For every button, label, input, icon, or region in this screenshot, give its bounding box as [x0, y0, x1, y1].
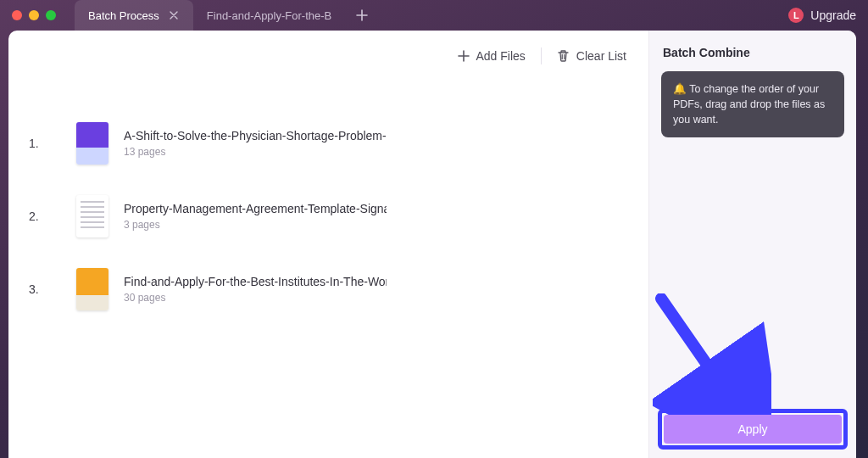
tab-find-and-apply[interactable]: Find-and-Apply-For-the-B [193, 0, 345, 31]
file-pages: 13 pages [124, 146, 623, 158]
tab-label: Find-and-Apply-For-the-B [207, 9, 331, 22]
file-name: Find-and-Apply-For-the-Best-Institutes-I… [124, 275, 387, 288]
file-thumbnail [76, 122, 108, 165]
tip-text: To change the order of your PDFs, drag a… [673, 83, 825, 126]
item-index: 1. [29, 137, 39, 150]
side-panel-title: Batch Combine [663, 46, 843, 59]
list-item[interactable]: 3. Find-and-Apply-For-the-Best-Institute… [8, 253, 648, 326]
upgrade-button[interactable]: L Upgrade [788, 0, 856, 31]
file-pages: 30 pages [124, 292, 623, 304]
close-window-button[interactable] [12, 10, 22, 20]
window-controls [12, 10, 56, 20]
main-panel: Add Files Clear List 1. A-Shift-to-Solve… [8, 31, 649, 458]
close-icon[interactable] [168, 9, 180, 21]
plus-icon [458, 50, 470, 62]
file-pages: 3 pages [124, 219, 623, 231]
file-list: 1. A-Shift-to-Solve-the-Physician-Shorta… [8, 81, 648, 458]
file-name: Property-Management-Agreement-Template-S… [124, 202, 387, 215]
bell-icon: 🔔 [673, 83, 687, 95]
file-thumbnail [76, 268, 108, 310]
tip-banner: 🔔 To change the order of your PDFs, drag… [661, 71, 844, 137]
add-files-button[interactable]: Add Files [458, 49, 526, 63]
file-name: A-Shift-to-Solve-the-Physician-Shortage-… [124, 129, 387, 142]
new-tab-button[interactable] [350, 3, 374, 27]
add-files-label: Add Files [476, 49, 526, 63]
trash-icon [557, 49, 570, 63]
file-thumbnail [76, 195, 108, 237]
zoom-window-button[interactable] [46, 10, 56, 20]
app-window: Add Files Clear List 1. A-Shift-to-Solve… [8, 31, 856, 458]
minimize-window-button[interactable] [29, 10, 39, 20]
apply-highlight: Apply [658, 409, 848, 450]
clear-list-label: Clear List [576, 49, 626, 63]
tab-strip: Batch Process Find-and-Apply-For-the-B [75, 0, 374, 31]
list-item[interactable]: 2. Property-Management-Agreement-Templat… [8, 180, 648, 253]
titlebar: Batch Process Find-and-Apply-For-the-B L… [0, 0, 868, 31]
item-index: 3. [29, 282, 39, 296]
toolbar-divider [541, 47, 542, 64]
item-index: 2. [29, 209, 39, 223]
avatar: L [788, 8, 804, 23]
apply-button[interactable]: Apply [664, 415, 842, 444]
upgrade-label: Upgrade [810, 8, 856, 22]
toolbar: Add Files Clear List [8, 31, 648, 81]
side-panel: Batch Combine 🔔 To change the order of y… [649, 31, 856, 458]
tab-label: Batch Process [88, 9, 159, 22]
clear-list-button[interactable]: Clear List [557, 49, 626, 63]
list-item[interactable]: 1. A-Shift-to-Solve-the-Physician-Shorta… [8, 107, 648, 180]
tab-batch-process[interactable]: Batch Process [75, 0, 193, 31]
